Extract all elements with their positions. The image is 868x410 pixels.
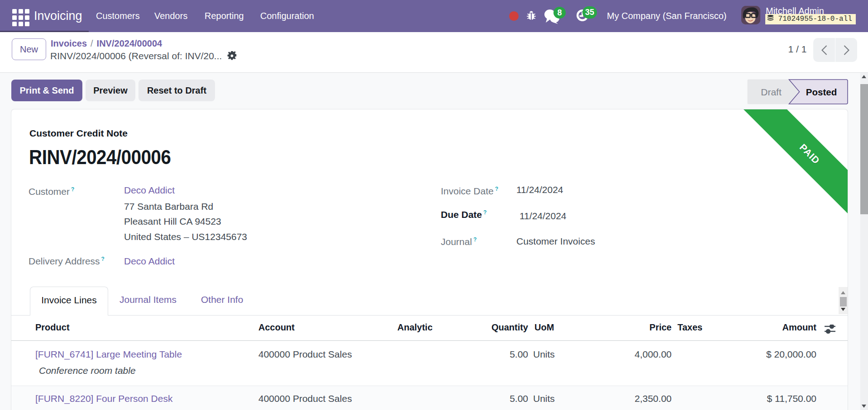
svg-text:Posted: Posted: [806, 87, 837, 97]
svg-text:Draft: Draft: [761, 87, 782, 97]
